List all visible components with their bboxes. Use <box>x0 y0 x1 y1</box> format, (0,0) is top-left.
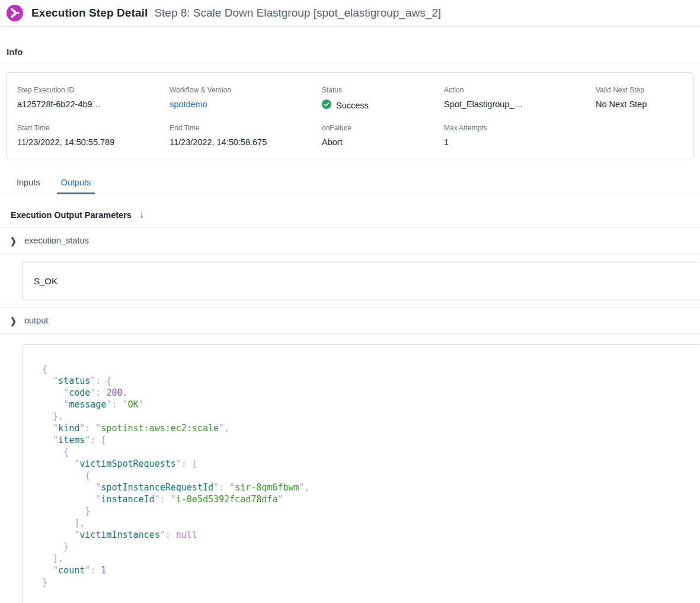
param-name: output <box>24 316 48 325</box>
info-card: Step Execution ID a125728f-6b22-4b9… Wor… <box>6 72 694 159</box>
page-header: Execution Step Detail Step 8: Scale Down… <box>0 0 700 27</box>
field-onfailure: onFailure Abort <box>322 124 444 147</box>
field-label: Action <box>444 86 596 94</box>
json-output-code: { "status": { "code": 200, "message": "O… <box>23 344 700 603</box>
field-value: Abort <box>322 137 444 147</box>
output-params-title: Execution Output Parameters <box>11 210 132 220</box>
success-check-icon <box>322 100 331 111</box>
field-end-time: End Time 11/23/2022, 14:50:58.675 <box>170 124 322 147</box>
field-workflow-version: Workflow & Version spotdemo <box>170 86 322 111</box>
param-section-output: ❯ output { "status": { "code": 200, "mes… <box>0 307 700 603</box>
field-valid-next-step: Valid Next Step No Next Step <box>596 86 683 111</box>
param-row-output[interactable]: ❯ output <box>0 307 700 334</box>
field-value: 11/23/2022, 14:50:55.789 <box>17 137 170 147</box>
app-logo-icon <box>6 4 24 22</box>
field-value: 11/23/2022, 14:50:58.675 <box>170 137 322 147</box>
execution-status-value: S_OK <box>34 276 57 286</box>
workflow-link[interactable]: spotdemo <box>170 100 322 109</box>
status-badge: Success <box>322 100 444 111</box>
field-status: Status Success <box>322 86 444 111</box>
field-label: Start Time <box>17 124 170 132</box>
chevron-right-icon: ❯ <box>10 235 16 245</box>
field-label: Valid Next Step <box>596 86 683 94</box>
field-value: a125728f-6b22-4b9… <box>17 100 170 109</box>
field-label: End Time <box>170 124 322 132</box>
field-max-attempts: Max Attempts 1 <box>444 124 596 147</box>
field-step-execution-id: Step Execution ID a125728f-6b22-4b9… <box>17 86 170 111</box>
tab-inputs[interactable]: Inputs <box>12 172 44 194</box>
page-title: Execution Step Detail <box>31 7 148 20</box>
field-value: Spot_Elastigroup_… <box>444 100 596 109</box>
field-label: Max Attempts <box>444 124 596 132</box>
field-value: 1 <box>444 137 596 147</box>
param-section-execution-status: ❯ execution_status S_OK <box>0 227 700 300</box>
status-text: Success <box>336 101 369 110</box>
page-subtitle: Step 8: Scale Down Elastgroup [spot_elas… <box>154 7 441 20</box>
field-empty <box>596 124 683 147</box>
field-label: onFailure <box>322 124 444 132</box>
field-action: Action Spot_Elastigroup_… <box>444 86 596 111</box>
param-row-execution-status[interactable]: ❯ execution_status <box>0 227 700 254</box>
expand-all-icon[interactable]: ↓ <box>139 210 145 220</box>
field-label: Status <box>322 86 444 94</box>
execution-status-value-box: S_OK <box>23 262 700 300</box>
tabs: Inputs Outputs <box>0 172 700 194</box>
field-value: No Next Step <box>596 100 683 109</box>
field-label: Workflow & Version <box>170 86 322 94</box>
field-label: Step Execution ID <box>17 86 170 94</box>
output-params-header: Execution Output Parameters ↓ <box>0 194 700 227</box>
param-name: execution_status <box>24 236 89 245</box>
info-section-label: Info <box>0 27 700 63</box>
chevron-right-icon: ❯ <box>10 315 16 325</box>
field-start-time: Start Time 11/23/2022, 14:50:55.789 <box>17 124 170 147</box>
tab-outputs[interactable]: Outputs <box>57 172 95 194</box>
